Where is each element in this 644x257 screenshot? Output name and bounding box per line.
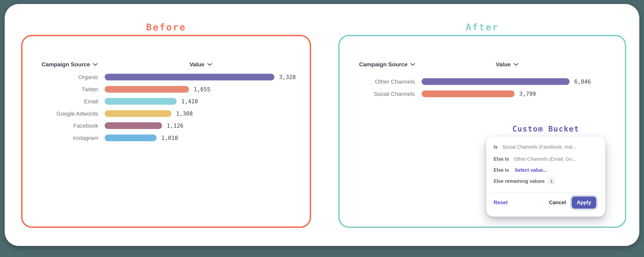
table-row: Other Channels 6,046 [342,78,591,85]
bucket-rule-label: Else remaining values [494,178,545,184]
bucket-rule-value: Social Channels (Facebook, Inst... [502,144,576,150]
apply-button[interactable]: Apply [572,197,596,209]
after-value-header[interactable]: Value [496,60,518,68]
custom-bucket-dialog: Is Social Channels (Facebook, Inst... El… [486,137,605,217]
chevron-down-icon [207,63,212,66]
dialog-divider [490,192,602,193]
table-row: Instagram 1,018 [25,135,178,141]
bucket-rule-row[interactable]: Is Social Channels (Facebook, Inst... [494,144,598,150]
after-campaign-source-header[interactable]: Campaign Source [359,60,415,68]
bar-value-instagram: 1,018 [161,135,178,141]
row-label-facebook: Facebook [25,122,98,129]
chevron-down-icon [513,63,518,66]
bar-value-twitter: 1,655 [194,86,210,93]
dialog-footer: Reset Cancel Apply [494,195,598,210]
bar-value-google-adwords: 1,308 [176,110,193,117]
bar-value-facebook: 1,126 [167,122,183,129]
cancel-button[interactable]: Cancel [549,200,566,206]
bar-email[interactable] [105,98,176,105]
info-icon[interactable]: i [548,178,555,185]
row-label-twitter: Twitter [25,86,98,93]
page-background: Before After Campaign Source Value Campa… [0,0,644,257]
row-label-google-adwords: Google Adwords [25,110,98,117]
bar-instagram[interactable] [105,135,157,141]
reset-button[interactable]: Reset [494,200,508,206]
chevron-down-icon [410,63,415,66]
before-value-header[interactable]: Value [190,60,212,68]
table-row: Email 1,410 [25,98,198,105]
bar-value-organic: 3,328 [279,74,296,80]
bar-value-other-channels: 6,046 [574,78,591,85]
table-row: Organic 3,328 [25,74,296,80]
bar-social-channels[interactable] [422,90,514,97]
row-label-social-channels: Social Channels [342,91,415,97]
before-campaign-source-header[interactable]: Campaign Source [42,60,98,68]
bucket-rule-row: Else Is Select value... [494,167,598,173]
chevron-down-icon [93,63,98,66]
row-label-organic: Organic [25,74,98,80]
table-row: Social Channels 3,799 [342,90,536,97]
bar-organic[interactable] [105,74,274,80]
before-value-label: Value [190,61,204,68]
bucket-rule-row[interactable]: Else Is Other Channels (Email, Go... [494,156,598,162]
table-row: Facebook 1,126 [25,122,183,129]
custom-bucket-title: Custom Bucket [486,124,605,133]
bucket-rule-label: Else Is [494,167,509,173]
bar-value-social-channels: 3,799 [519,91,536,97]
row-label-instagram: Instagram [25,135,98,141]
bucket-rule-label: Else Is [494,156,509,162]
after-title: After [338,22,626,32]
table-row: Twitter 1,655 [25,86,210,93]
apply-button-focus-ring: Apply [570,195,598,210]
table-row: Google Adwords 1,308 [25,110,193,117]
select-value-link[interactable]: Select value... [515,167,547,173]
bar-value-email: 1,410 [181,98,198,105]
row-label-other-channels: Other Channels [342,78,415,85]
bucket-rule-label: Is [494,144,498,150]
after-value-label: Value [496,61,511,68]
bar-twitter[interactable] [105,86,189,93]
bar-other-channels[interactable] [422,78,570,85]
bar-facebook[interactable] [105,122,162,129]
bucket-rule-value: Other Channels (Email, Go... [514,156,576,162]
row-label-email: Email [25,98,98,105]
bar-google-adwords[interactable] [105,110,172,117]
content-card: Before After Campaign Source Value Campa… [5,4,639,246]
before-title: Before [21,22,311,32]
after-campaign-source-label: Campaign Source [359,61,408,68]
bucket-rule-row: Else remaining values i [494,178,598,185]
before-campaign-source-label: Campaign Source [42,61,90,68]
